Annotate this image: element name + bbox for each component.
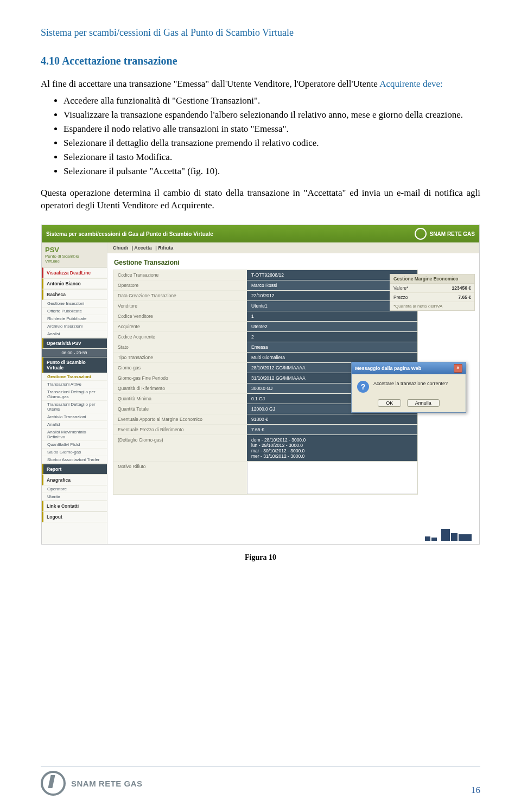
footer-brand: SNAM RETE GAS bbox=[41, 771, 143, 796]
close-icon[interactable]: × bbox=[454, 364, 462, 373]
motivo-rifiuto-label: Motivo Rifiuto bbox=[113, 462, 247, 494]
list-item: Visualizzare la transazione espandendo l… bbox=[63, 109, 480, 122]
detail-key: Eventuale Apporto al Margine Economico bbox=[113, 414, 247, 424]
sidebar-logout[interactable]: Logout bbox=[42, 512, 107, 522]
sidebar: PSV Punto di Scambio Virtuale Visualizza… bbox=[42, 242, 107, 544]
accetta-button[interactable]: Accetta bbox=[134, 245, 152, 251]
detail-value: 7.65 € bbox=[247, 425, 417, 434]
sidebar-item-gestione-transazioni[interactable]: Gestione Transazioni bbox=[42, 373, 107, 381]
figure-screenshot: Sistema per scambi/cessioni di Gas al Pu… bbox=[41, 225, 480, 562]
sidebar-bacheca[interactable]: Bacheca bbox=[42, 289, 107, 300]
detail-value: 2 bbox=[247, 332, 417, 342]
detail-key: (Dettaglio Giorno-gas) bbox=[113, 435, 247, 461]
detail-key: Codice Transazione bbox=[113, 270, 247, 280]
sidebar-links[interactable]: Link e Contatti bbox=[42, 501, 107, 512]
brand-name: SNAM RETE GAS bbox=[430, 231, 475, 237]
confirm-dialog: Messaggio dalla pagina Web × ? Accettare… bbox=[351, 362, 466, 413]
content-title: Gestione Transazioni bbox=[107, 253, 479, 270]
sidebar-item[interactable]: Transazioni Dettaglio per Utente bbox=[42, 401, 107, 413]
sidebar-deadline[interactable]: Visualizza DeadLine bbox=[42, 267, 107, 278]
command-bar: Chiudi | Accetta | Rifiuta bbox=[107, 242, 479, 253]
sidebar-item[interactable]: Offerte Pubblicate bbox=[42, 308, 107, 315]
sidebar-item[interactable]: Saldo Giorno-gas bbox=[42, 449, 107, 456]
detail-value: 1 bbox=[247, 311, 417, 321]
detail-key: Stato bbox=[113, 342, 247, 352]
detail-key: Quantità Totale bbox=[113, 404, 247, 414]
detail-value: Multi Giornaliera bbox=[247, 353, 417, 362]
detail-key: Operatore bbox=[113, 280, 247, 290]
list-item: Selezionare il pulsante "Accetta" (fig. … bbox=[63, 165, 480, 178]
chiudi-button[interactable]: Chiudi bbox=[113, 245, 128, 251]
detail-value: dom - 28/10/2012 - 3000.0 lun - 29/10/20… bbox=[247, 435, 417, 461]
sidebar-report[interactable]: Report bbox=[42, 464, 107, 475]
margine-key: Prezzo bbox=[393, 295, 408, 300]
dialog-title: Messaggio dalla pagina Web bbox=[355, 366, 421, 371]
rifiuta-button[interactable]: Rifiuta bbox=[158, 245, 173, 251]
detail-key: Giorno-gas Fine Periodo bbox=[113, 373, 247, 383]
main-area: Chiudi | Accetta | Rifiuta Gestione Tran… bbox=[107, 242, 479, 544]
sidebar-item[interactable]: Archivio Inserzioni bbox=[42, 323, 107, 330]
sidebar-item[interactable]: Transazioni Dettaglio per Giorno-gas bbox=[42, 388, 107, 401]
psv-abbr: PSV bbox=[45, 246, 59, 254]
brand-block: SNAM RETE GAS bbox=[415, 228, 475, 240]
psv-line1: Punto di Scambio bbox=[45, 254, 79, 259]
detail-key: Acquirente bbox=[113, 322, 247, 331]
section-title: Accettazione transazione bbox=[62, 55, 177, 67]
list-item: Espandere il nodo relativo alle transazi… bbox=[63, 123, 480, 136]
list-item: Accedere alla funzionalità di "Gestione … bbox=[63, 95, 480, 107]
detail-key: Data Creazione Transazione bbox=[113, 291, 247, 300]
detail-key: Codice Venditore bbox=[113, 311, 247, 321]
section-heading: 4.10 Accettazione transazione bbox=[41, 55, 480, 67]
sidebar-item[interactable]: Transazioni Attive bbox=[42, 381, 107, 388]
sidebar-item[interactable]: Gestione Inserzioni bbox=[42, 300, 107, 308]
page-number: 16 bbox=[471, 785, 480, 796]
sidebar-item[interactable]: Analisi Movimentato Definitivo bbox=[42, 429, 107, 441]
detail-key: Giorno-gas bbox=[113, 363, 247, 373]
detail-key: Quantità di Riferimento bbox=[113, 383, 247, 393]
page-footer: SNAM RETE GAS 16 bbox=[41, 766, 480, 796]
sidebar-item[interactable]: Quantitativi Fisici bbox=[42, 441, 107, 449]
doc-header: Sistema per scambi/cessioni di Gas al Pu… bbox=[41, 27, 480, 39]
sidebar-item[interactable]: Utente bbox=[42, 493, 107, 501]
sidebar-item[interactable]: Analisi bbox=[42, 330, 107, 338]
detail-key: Venditore bbox=[113, 301, 247, 311]
sidebar-item[interactable]: Archivio Transazioni bbox=[42, 413, 107, 421]
sidebar-op-time: 06:00 - 23:59 bbox=[42, 349, 107, 357]
question-icon: ? bbox=[357, 381, 369, 393]
margine-economico-box: Gestione Margine Economico Valore*123456… bbox=[390, 274, 475, 311]
procedure-list: Accedere alla funzionalità di "Gestione … bbox=[41, 95, 480, 178]
brand-logo-icon bbox=[415, 228, 427, 240]
app-title: Sistema per scambi/cessioni di Gas al Pu… bbox=[46, 231, 213, 237]
sidebar-operativita: Operatività PSV bbox=[42, 338, 107, 349]
sidebar-item[interactable]: Analisi bbox=[42, 421, 107, 429]
intro-text-1: Al fine di accettare una transazione "Em… bbox=[41, 79, 379, 89]
motivo-rifiuto-input[interactable] bbox=[247, 462, 417, 494]
footer-brand-text: SNAM RETE GAS bbox=[71, 779, 143, 788]
detail-value: Emessa bbox=[247, 342, 417, 352]
intro-paragraph: Al fine di accettare una transazione "Em… bbox=[41, 78, 480, 91]
margine-title: Gestione Margine Economico bbox=[390, 274, 474, 284]
sidebar-item[interactable]: Richieste Pubblicate bbox=[42, 315, 107, 323]
figure-caption: Figura 10 bbox=[41, 553, 480, 562]
detail-key: Codice Acquirente bbox=[113, 332, 247, 342]
detail-value: 91800 € bbox=[247, 414, 417, 424]
detail-key: Quantità Minima bbox=[113, 394, 247, 404]
sidebar-anagrafica[interactable]: Anagrafica bbox=[42, 475, 107, 485]
psv-line2: Virtuale bbox=[45, 259, 60, 264]
decorative-building-icon bbox=[425, 526, 474, 541]
ok-button[interactable]: OK bbox=[378, 399, 401, 407]
sidebar-item[interactable]: Operatore bbox=[42, 485, 107, 493]
intro-link-text: Acquirente deve: bbox=[379, 79, 443, 89]
detail-key: Tipo Transazione bbox=[113, 353, 247, 362]
sidebar-item[interactable]: Storico Associazioni Trader bbox=[42, 456, 107, 464]
margine-value: 123456 € bbox=[452, 285, 471, 291]
outro-paragraph: Questa operazione determina il cambio di… bbox=[41, 187, 480, 212]
sidebar-psv-header: Punto di Scambio Virtuale bbox=[42, 357, 107, 373]
section-number: 4.10 bbox=[41, 55, 60, 67]
cancel-button[interactable]: Annulla bbox=[407, 399, 440, 407]
sidebar-user: Antonio Bianco bbox=[42, 278, 107, 289]
app-topbar: Sistema per scambi/cessioni di Gas al Pu… bbox=[42, 225, 479, 242]
margine-footnote: *Quantità al netto dell'IVA bbox=[390, 302, 474, 310]
margine-value: 7.65 € bbox=[458, 295, 471, 300]
app-window: Sistema per scambi/cessioni di Gas al Pu… bbox=[41, 225, 480, 545]
